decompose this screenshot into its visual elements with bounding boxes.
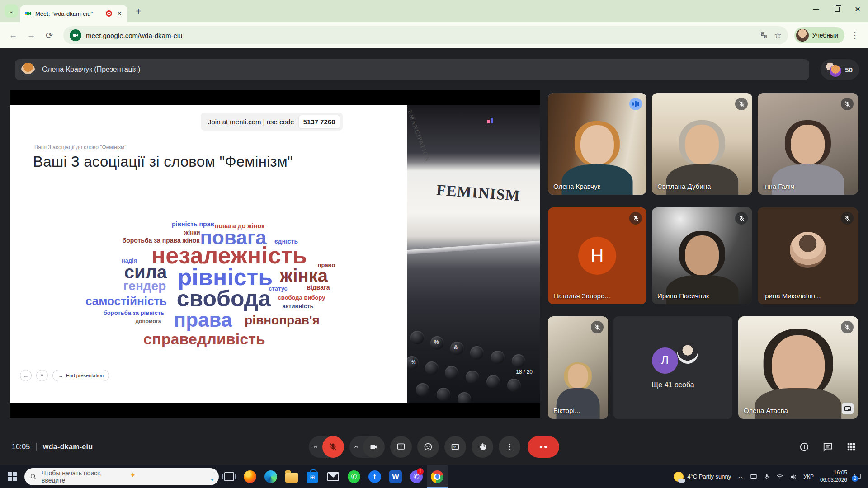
notification-center-button[interactable]: 2: [854, 473, 862, 481]
mic-muted-icon: [735, 98, 748, 110]
taskbar-weather[interactable]: 4°C Partly sunny: [674, 472, 731, 482]
mic-muted-icon: [841, 321, 854, 333]
whatsapp-icon[interactable]: ✆: [344, 465, 364, 488]
end-presentation-button[interactable]: → End presentation: [52, 370, 109, 381]
window-restore-button[interactable]: [826, 0, 847, 18]
viber-icon[interactable]: ✆1: [406, 465, 427, 488]
microsoft-store-icon[interactable]: ⊞: [302, 465, 323, 488]
back-button[interactable]: ←: [5, 28, 21, 43]
presenter-avatar: [21, 63, 35, 76]
new-tab-button[interactable]: +: [132, 5, 145, 18]
file-explorer-icon[interactable]: [281, 465, 302, 488]
bookmark-star-icon[interactable]: ☆: [774, 30, 781, 40]
participant-tile[interactable]: Інна Галіч: [758, 93, 858, 195]
mentimeter-slide: Join at menti.com | use code 5137 7260 В…: [10, 105, 540, 403]
start-button[interactable]: [2, 465, 23, 488]
mic-options-chevron-icon[interactable]: [309, 436, 322, 458]
profile-chip[interactable]: Учебный: [794, 27, 844, 43]
volume-icon[interactable]: [790, 473, 797, 480]
end-call-button[interactable]: [528, 436, 559, 458]
chrome-icon[interactable]: [427, 465, 448, 488]
profile-label: Учебный: [812, 32, 838, 39]
reactions-button[interactable]: [417, 436, 439, 458]
more-options-button[interactable]: [499, 436, 520, 458]
search-highlights-icon[interactable]: [130, 472, 213, 481]
forward-button[interactable]: →: [24, 28, 39, 43]
ideas-bulb-button[interactable]: [36, 370, 48, 381]
camera-options-chevron-icon[interactable]: [349, 436, 363, 458]
presentation-banner[interactable]: Олена Кравчук (Презентація): [15, 59, 809, 80]
mic-muted-icon: [841, 98, 854, 110]
presentation-stage[interactable]: Join at menti.com | use code 5137 7260 В…: [10, 90, 540, 418]
raise-hand-button[interactable]: [472, 436, 493, 458]
word-cloud-word: права: [174, 310, 232, 330]
clock-time: 16:05: [820, 469, 847, 477]
search-icon: [30, 473, 37, 480]
display-icon[interactable]: [750, 473, 757, 480]
taskbar-clock[interactable]: 16:05 06.03.2026: [820, 469, 847, 483]
participant-tile[interactable]: Ирина Пасичник: [652, 207, 752, 304]
browser-toolbar: ← → ⟳ meet.google.com/wda-dkam-eiu G文 ☆ …: [0, 22, 868, 48]
participant-tile[interactable]: ННаталья Запоро...: [548, 207, 646, 304]
previous-slide-button[interactable]: ←: [20, 370, 32, 381]
participant-tile[interactable]: Ірина Миколаївн...: [758, 207, 858, 304]
word-cloud-word: рівноправ'я: [245, 314, 320, 327]
clock-date: 06.03.2026: [820, 477, 847, 484]
tab-search-chevron-icon[interactable]: ⌄: [5, 4, 18, 18]
speaking-indicator-icon: [629, 98, 642, 110]
url-text: meet.google.com/wda-dkam-eiu: [86, 32, 755, 39]
participant-photo-avatar: [790, 232, 826, 268]
word-icon[interactable]: W: [385, 465, 406, 488]
browser-menu-icon[interactable]: ⋮: [847, 30, 863, 40]
meeting-details-icon[interactable]: [799, 442, 809, 452]
participant-name: Наталья Запоро...: [553, 292, 610, 300]
browser-tab-strip: ⌄ Meet: "wda-dkam-eiu" ✕ + — ✕: [0, 0, 868, 22]
task-view-button[interactable]: [219, 465, 240, 488]
firefox-icon[interactable]: [240, 465, 260, 488]
svg-text:文: 文: [764, 35, 767, 38]
participant-tile[interactable]: Л Ще 41 особа: [613, 316, 732, 419]
mail-icon[interactable]: [323, 465, 344, 488]
join-code: 5137 7260: [299, 115, 340, 128]
weather-icon: [674, 472, 684, 482]
word-cloud-word: самостійність: [85, 295, 167, 307]
tray-mic-icon[interactable]: [764, 474, 770, 480]
translate-icon[interactable]: G文: [760, 31, 768, 39]
overflow-count-label: Ще 41 особа: [651, 381, 694, 389]
word-cloud-word: сила: [124, 263, 167, 281]
participant-tile[interactable]: Вікторі...: [548, 316, 608, 419]
edge-icon[interactable]: [260, 465, 281, 488]
tab-title: Meet: "wda-dkam-eiu": [35, 10, 102, 17]
participant-name: Інна Галіч: [763, 183, 794, 190]
window-close-button[interactable]: ✕: [847, 0, 868, 18]
participants-count-button[interactable]: 50: [821, 59, 859, 80]
facebook-icon[interactable]: f: [364, 465, 385, 488]
typewriter-keys: %&⅔: [407, 290, 540, 403]
tray-overflow-chevron-icon[interactable]: ︿: [737, 473, 744, 481]
word-cloud-word: боротьба за рівність: [104, 310, 165, 316]
participant-tile[interactable]: Олена Кравчук: [548, 93, 646, 195]
word-cloud-word: активність: [282, 303, 313, 309]
presenter-name: Олена Кравчук (Презентація): [42, 66, 140, 74]
tab-close-icon[interactable]: ✕: [116, 10, 123, 17]
participant-tile[interactable]: Світлана Дубина: [652, 93, 752, 195]
participant-name: Олена Кравчук: [553, 183, 600, 190]
present-button[interactable]: [390, 436, 412, 458]
camera-button[interactable]: [363, 436, 385, 458]
reload-button[interactable]: ⟳: [42, 28, 57, 43]
participant-tile[interactable]: Олена Атаєва: [738, 316, 858, 419]
language-indicator[interactable]: УКР: [803, 474, 814, 480]
mic-muted-icon: [841, 212, 854, 225]
captions-button[interactable]: cc: [444, 436, 466, 458]
wifi-icon[interactable]: [776, 473, 783, 480]
window-minimize-button[interactable]: —: [806, 0, 826, 18]
browser-tab[interactable]: Meet: "wda-dkam-eiu" ✕: [20, 5, 127, 22]
taskbar-search[interactable]: Чтобы начать поиск, введите: [24, 468, 219, 485]
slide-page-indicator: 18 / 20: [516, 369, 533, 375]
chat-icon[interactable]: [823, 442, 833, 452]
activities-grid-icon[interactable]: [846, 442, 856, 452]
picture-in-picture-icon[interactable]: [842, 403, 854, 414]
address-bar[interactable]: meet.google.com/wda-dkam-eiu G文 ☆: [63, 26, 788, 44]
mic-muted-button[interactable]: [322, 436, 344, 458]
mic-muted-icon: [629, 212, 642, 225]
